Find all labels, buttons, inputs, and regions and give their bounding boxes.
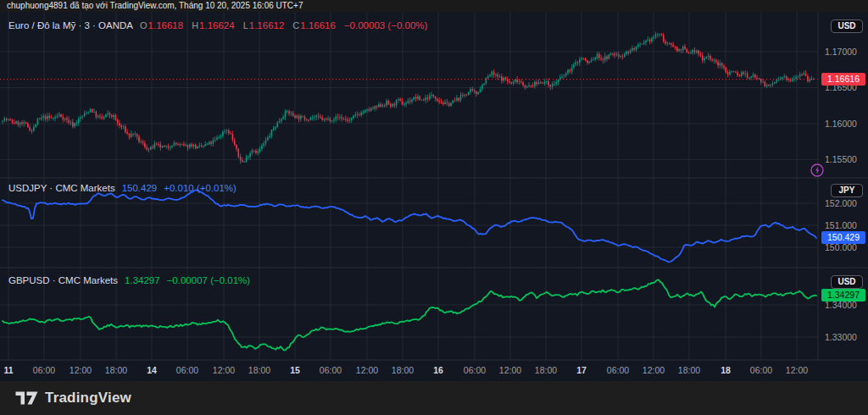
chart-area: 1.170001.165001.160001.15500152.000151.0…	[0, 12, 868, 381]
time-tick-label: 18:00	[392, 365, 414, 375]
time-tick-label: 12:00	[786, 365, 808, 375]
symbol-title-gbpusd: GBPUSD · CMC Markets	[8, 275, 118, 285]
time-tick-label: 12:00	[213, 365, 235, 375]
usdjpy-line	[3, 190, 816, 262]
gbpusd-line	[3, 279, 816, 350]
time-tick-label: 18:00	[678, 365, 700, 375]
change-gbpusd: −0.00007 (−0.01%)	[167, 275, 250, 285]
attribution-bar: chuphuong4891 đã tạo với TradingView.com…	[0, 0, 868, 12]
price-label-gbpusd: 1.34297	[821, 289, 865, 302]
time-tick-label: 06:00	[464, 365, 486, 375]
time-tick-label: 18:00	[105, 365, 127, 375]
ohlc-open: O1.16618	[140, 20, 183, 30]
time-tick-label: 12:00	[70, 365, 92, 375]
price-tick-label: 1.15500	[825, 154, 857, 164]
value-usdjpy: 150.429	[122, 183, 158, 193]
symbol-title-eurusd: Euro / Đô la Mỹ · 3 · OANDA	[8, 20, 133, 30]
value-gbpusd: 1.34297	[125, 275, 160, 285]
legend-gbpusd[interactable]: GBPUSD · CMC Markets 1.34297 −0.00007 (−…	[8, 275, 250, 285]
ohlc-low: L1.16612	[243, 20, 285, 30]
time-tick-label: 12:00	[356, 365, 378, 375]
time-tick-label: 16	[433, 365, 443, 375]
ohlc-close: C1.16616	[292, 20, 336, 30]
price-label-usdjpy: 150.429	[821, 231, 865, 244]
time-tick-label: 18:00	[535, 365, 557, 375]
change-usdjpy: +0.010 (+0.01%)	[164, 183, 236, 193]
price-tick-label: 1.16000	[825, 119, 857, 129]
time-tick-label: 12:00	[643, 365, 665, 375]
time-tick-label: 06:00	[750, 365, 772, 375]
time-tick-label: 06:00	[607, 365, 629, 375]
boost-lightning-icon[interactable]	[810, 163, 825, 178]
attribution-text: chuphuong4891 đã tạo với TradingView.com…	[7, 1, 303, 10]
price-tick-label: 1.33000	[825, 332, 857, 342]
time-tick-label: 06:00	[320, 365, 342, 375]
symbol-title-usdjpy: USDJPY · CMC Markets	[8, 183, 115, 193]
chart-canvas[interactable]: 1.170001.165001.160001.15500152.000151.0…	[0, 12, 868, 381]
price-label-eurusd: 1.16616	[821, 73, 865, 86]
legend-eurusd[interactable]: Euro / Đô la Mỹ · 3 · OANDA O1.16618 H1.…	[8, 20, 427, 30]
currency-button-usdjpy[interactable]: JPY	[831, 184, 863, 197]
time-tick-label: 17	[576, 365, 587, 375]
time-tick-label: 11	[3, 365, 13, 375]
time-tick-label: 14	[147, 365, 157, 375]
change-eurusd: −0.00003 (−0.00%)	[344, 20, 427, 30]
price-tick-label: 1.17000	[825, 47, 857, 57]
time-tick-label: 18:00	[248, 365, 270, 375]
tradingview-logo-icon	[15, 391, 38, 405]
time-tick-label: 18	[721, 365, 731, 375]
footer-bar: TradingView	[0, 381, 868, 415]
time-scale[interactable]: 1106:0012:0018:001406:0012:0018:001506:0…	[3, 365, 808, 375]
time-tick-label: 06:00	[33, 365, 55, 375]
legend-usdjpy[interactable]: USDJPY · CMC Markets 150.429 +0.010 (+0.…	[8, 183, 236, 193]
time-tick-label: 06:00	[176, 365, 198, 375]
time-tick-label: 15	[290, 365, 300, 375]
ohlc-high: H1.16624	[192, 20, 235, 30]
time-tick-label: 12:00	[499, 365, 521, 375]
price-tick-label: 151.000	[825, 220, 857, 230]
tradingview-wordmark: TradingView	[45, 390, 131, 407]
currency-button-eurusd[interactable]: USD	[831, 19, 863, 33]
price-tick-label: 152.000	[825, 198, 857, 208]
currency-button-gbpusd[interactable]: USD	[831, 275, 863, 289]
